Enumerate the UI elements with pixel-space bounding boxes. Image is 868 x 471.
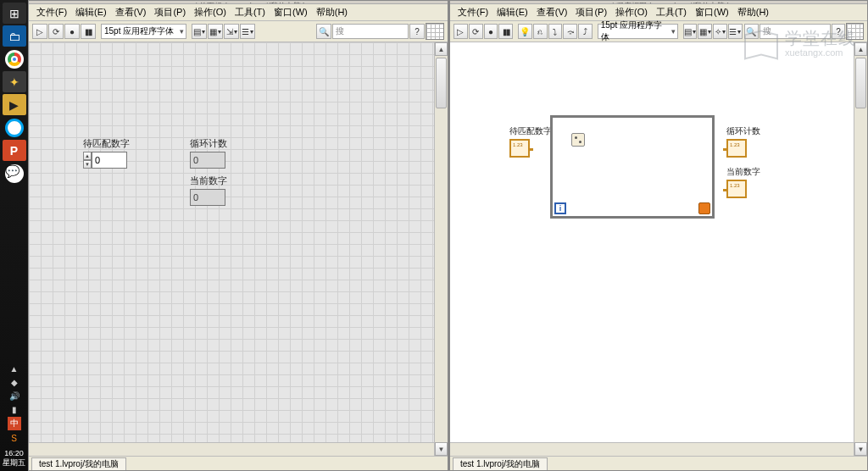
terminal-current-number[interactable]: 当前数字 [726,166,750,198]
block-diagram-window: test 1.vi 程序框图 ( test 1.lvproj/我的电脑 ) 文件… [448,0,868,471]
menu-project[interactable]: 项目(P) [150,5,190,19]
indicator-loop-value: 0 [190,152,225,169]
menu-operate[interactable]: 操作(O) [190,5,231,19]
reorder-button[interactable]: ☰ [240,24,255,39]
menu-help[interactable]: 帮助(H) [312,5,352,19]
statusbar-left: test 1.lvproj/我的电脑 [29,456,448,470]
taskbar: ⊞ 🗀 ✦ ▶ P 💬 ▲ ◆ 🔊 ▮ 中 S 16:20 星期五 [0,0,28,471]
clock-time: 16:20 [3,449,25,458]
system-tray: ▲ ◆ 🔊 ▮ 中 S [8,359,21,447]
highlight-execution-button[interactable]: 💡 [518,24,532,39]
start-button[interactable]: ⊞ [3,3,26,24]
tray-flag-icon[interactable]: ▲ [8,363,20,374]
step-over-button[interactable]: ⤼ [563,24,577,39]
tray-ime-icon[interactable]: 中 [8,417,21,430]
terminal-current-label: 当前数字 [726,166,750,178]
abort-button[interactable]: ● [484,24,498,39]
toolbar-right: ▷ ⟳ ● ▮▮ 💡 ⎌ ⤵ ⤼ ⤴ 15pt 应用程序字体 ▤ ▦ ✧ ☰ 🔍… [450,21,867,42]
tray-volume-icon[interactable]: 🔊 [8,390,20,402]
menubar-left: 文件(F) 编辑(E) 查看(V) 项目(P) 操作(O) 工具(T) 窗口(W… [29,4,448,21]
menu-file[interactable]: 文件(F) [453,5,492,19]
search-icon[interactable]: 🔍 [744,24,759,39]
block-diagram-canvas[interactable]: 待匹配数字 i 循环计数 当前数字 ▲▼ [450,42,867,456]
menu-file[interactable]: 文件(F) [32,5,71,19]
align-button[interactable]: ▤ [192,24,207,39]
run-continuous-button[interactable]: ⟳ [469,24,483,39]
input-match[interactable]: 0 [92,152,127,169]
cleanup-button[interactable]: ✧ [713,24,727,39]
taskbar-play[interactable]: ▶ [3,94,26,115]
search-icon[interactable]: 🔍 [316,24,331,39]
tray-shield-icon[interactable]: ◆ [8,376,20,388]
menu-edit[interactable]: 编辑(E) [492,5,532,19]
menu-tools[interactable]: 工具(T) [231,5,270,19]
clock-day: 星期五 [3,458,25,468]
resize-button[interactable]: ⇲ [224,24,239,39]
pause-button[interactable]: ▮▮ [81,24,96,39]
reorder-button[interactable]: ☰ [728,24,743,39]
step-into-button[interactable]: ⤵ [548,24,563,39]
search-input[interactable]: 搜 [760,24,831,39]
scrollbar-vertical-right[interactable]: ▲▼ [854,42,867,456]
control-match-label: 待匹配数字 [83,137,130,150]
terminal-match-number[interactable]: 待匹配数字 [509,125,533,158]
taskbar-potplayer[interactable]: ✦ [3,71,26,92]
menubar-right: 文件(F) 编辑(E) 查看(V) 项目(P) 操作(O) 工具(T) 窗口(W… [450,4,867,21]
terminal-loop-count[interactable]: 循环计数 [726,125,750,158]
statusbar-right: test 1.lvproj/我的电脑 [450,456,867,470]
taskbar-qq[interactable]: 💬 [3,163,26,184]
loop-iteration-terminal[interactable]: i [554,202,566,214]
random-dice-node[interactable] [571,133,585,147]
menu-tools[interactable]: 工具(T) [652,5,691,19]
status-tab-right[interactable]: test 1.lvproj/我的电脑 [453,457,548,470]
scrollbar-horizontal-right[interactable] [450,442,854,456]
taskbar-opera[interactable] [3,117,26,138]
icon-editor-button[interactable] [846,23,864,40]
taskbar-clock[interactable]: 16:20 星期五 [3,447,25,471]
menu-help[interactable]: 帮助(H) [733,5,773,19]
taskbar-powerpoint[interactable]: P [3,140,26,161]
help-icon[interactable]: ? [832,24,846,39]
spinner-match[interactable]: ▲▼ [83,152,92,169]
toolbar-left: ▷ ⟳ ● ▮▮ 15pt 应用程序字体 ▤ ▦ ⇲ ☰ 🔍 搜 ? [29,21,448,42]
menu-view[interactable]: 查看(V) [111,5,151,19]
front-panel-window: test 1.vi 前面板 ( test 1.lvproj/我的电脑 ) 文件(… [28,0,448,471]
taskbar-explorer[interactable]: 🗀 [3,25,26,47]
loop-stop-terminal[interactable] [698,202,710,214]
terminal-match-label: 待匹配数字 [509,125,533,137]
scrollbar-horizontal-left[interactable] [29,442,434,456]
while-loop[interactable]: i [550,115,715,219]
menu-edit[interactable]: 编辑(E) [71,5,111,19]
run-button[interactable]: ▷ [32,24,47,39]
menu-project[interactable]: 项目(P) [571,5,611,19]
icon-editor-button[interactable] [426,23,444,40]
abort-button[interactable]: ● [64,24,80,39]
retain-wire-button[interactable]: ⎌ [533,24,548,39]
indicator-loop-count: 循环计数 0 [190,137,227,169]
run-continuous-button[interactable]: ⟳ [48,24,64,39]
font-selector[interactable]: 15pt 应用程序字体 [101,24,186,39]
search-input[interactable]: 搜 [332,24,409,39]
indicator-loop-label: 循环计数 [190,137,227,150]
distribute-button[interactable]: ▦ [208,24,223,39]
run-button[interactable]: ▷ [453,24,468,39]
desktop: ⊞ 🗀 ✦ ▶ P 💬 ▲ ◆ 🔊 ▮ 中 S 16:20 星期五 test 1… [0,0,868,471]
step-out-button[interactable]: ⤴ [578,24,593,39]
help-icon[interactable]: ? [409,24,425,39]
taskbar-chrome[interactable] [3,48,26,69]
pause-button[interactable]: ▮▮ [498,24,513,39]
terminal-loop-label: 循环计数 [726,125,750,137]
tray-network-icon[interactable]: ▮ [8,403,20,415]
indicator-current-label: 当前数字 [190,175,227,187]
distribute-button[interactable]: ▦ [698,24,712,39]
font-selector[interactable]: 15pt 应用程序字体 [598,24,678,39]
menu-window[interactable]: 窗口(W) [270,5,312,19]
menu-window[interactable]: 窗口(W) [691,5,733,19]
menu-operate[interactable]: 操作(O) [611,5,652,19]
tray-sogou-icon[interactable]: S [8,432,20,444]
menu-view[interactable]: 查看(V) [532,5,572,19]
status-tab-left[interactable]: test 1.lvproj/我的电脑 [31,457,126,470]
align-button[interactable]: ▤ [683,24,698,39]
scrollbar-vertical-left[interactable]: ▲▼ [434,42,448,456]
front-panel-canvas[interactable]: 待匹配数字 ▲▼ 0 循环计数 0 当前数字 0 ▲▼ [29,42,448,456]
